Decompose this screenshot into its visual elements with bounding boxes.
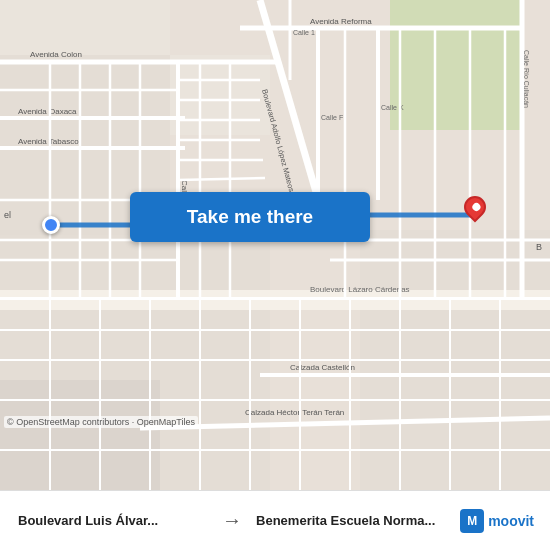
moovit-logo: M moovit	[454, 509, 540, 533]
origin-marker	[42, 216, 60, 234]
svg-text:B: B	[536, 242, 542, 252]
svg-text:el: el	[4, 210, 11, 220]
from-name: Boulevard Luis Álvar...	[18, 513, 208, 528]
svg-text:Calzada Héctor Terán Terán: Calzada Héctor Terán Terán	[245, 408, 344, 417]
svg-text:Boulevard Lázaro Cárdenas: Boulevard Lázaro Cárdenas	[310, 285, 410, 294]
svg-text:Avenida Oaxaca: Avenida Oaxaca	[18, 107, 77, 116]
destination-marker	[464, 196, 486, 218]
route-arrow: →	[216, 509, 248, 532]
svg-text:Calle F: Calle F	[321, 114, 343, 121]
bottom-bar: Boulevard Luis Álvar... → Benemerita Esc…	[0, 490, 550, 550]
svg-text:Calle Río Culiacán: Calle Río Culiacán	[523, 50, 530, 108]
svg-text:Calle 1: Calle 1	[293, 29, 315, 36]
svg-rect-8	[0, 380, 160, 490]
svg-text:Avenida Reforma: Avenida Reforma	[310, 17, 372, 26]
from-location: Boulevard Luis Álvar...	[10, 513, 216, 528]
svg-rect-3	[170, 55, 270, 135]
svg-rect-1	[0, 0, 170, 55]
moovit-icon: M	[460, 509, 484, 533]
svg-text:Avenida Colon: Avenida Colon	[30, 50, 82, 59]
map-container: Boulevard Lázaro Cárdenas Avenida Colon …	[0, 0, 550, 490]
to-location: Benemerita Escuela Norma...	[248, 513, 454, 528]
take-me-there-button[interactable]: Take me there	[130, 192, 370, 242]
moovit-brand-name: moovit	[488, 513, 534, 529]
svg-rect-7	[390, 0, 520, 130]
osm-credit: © OpenStreetMap contributors · OpenMapTi…	[4, 416, 198, 428]
svg-text:Avenida Tabasco: Avenida Tabasco	[18, 137, 79, 146]
to-name: Benemerita Escuela Norma...	[256, 513, 446, 528]
